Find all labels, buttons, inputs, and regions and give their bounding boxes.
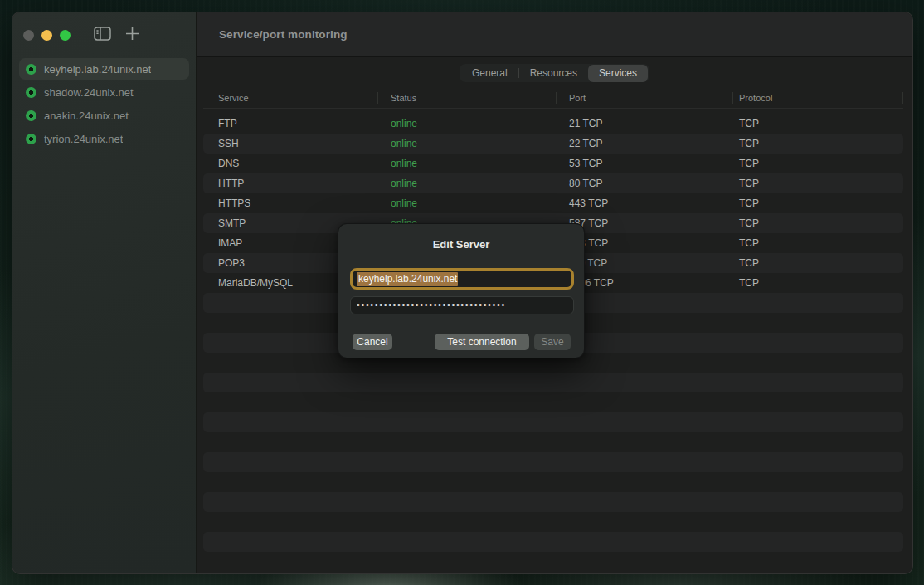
table-header: Service Status Port Protocol [203,87,903,109]
zoom-button[interactable] [60,30,71,41]
cancel-button[interactable]: Cancel [353,334,392,350]
table-row-ssh[interactable]: SSH online 22 TCP TCP [203,134,903,154]
empty-row [203,392,903,412]
empty-row [203,532,903,552]
empty-row [203,452,903,472]
tab-resources[interactable]: Resources [519,65,588,82]
server-online-icon [26,64,36,75]
server-online-icon [26,134,36,144]
status-cell: online [378,158,557,169]
sidebar: keyhelp.lab.24unix.net shadow.24unix.net… [12,12,197,573]
protocol-cell: TCP [733,158,903,169]
column-header-port[interactable]: Port [557,87,733,108]
protocol-cell: TCP [733,217,903,229]
window-controls [23,30,71,41]
sidebar-item-tyrion[interactable]: tyrion.24unix.net [19,128,189,149]
sidebar-toolbar [12,12,196,58]
empty-row [203,492,903,512]
column-header-service[interactable]: Service [203,87,378,108]
tab-services[interactable]: Services [588,65,648,82]
tab-general[interactable]: General [461,65,518,82]
sidebar-toggle-button[interactable] [90,25,114,46]
empty-row [203,472,903,492]
protocol-cell: TCP [733,277,903,289]
protocol-cell: TCP [733,138,903,149]
protocol-cell: TCP [733,178,903,189]
server-name: keyhelp.lab.24unix.net [44,63,151,76]
server-name: shadow.24unix.net [44,86,134,99]
tab-strip: General Resources Services [197,57,912,87]
server-name: anakin.24unix.net [44,110,129,122]
selected-text: keyhelp.lab.24unix.net [357,272,458,286]
sidebar-item-anakin[interactable]: anakin.24unix.net [19,105,189,126]
server-list: keyhelp.lab.24unix.net shadow.24unix.net… [12,58,196,149]
protocol-cell: TCP [733,118,903,129]
server-name: tyrion.24unix.net [44,133,123,145]
column-header-status[interactable]: Status [378,87,557,108]
edit-server-dialog: Edit Server keyhelp.lab.24unix.net •••••… [338,223,585,358]
port-cell: 80 TCP [557,178,733,189]
service-cell: SSH [203,138,378,149]
close-button[interactable] [23,30,34,41]
segmented-control: General Resources Services [460,64,649,82]
service-cell: HTTP [203,178,378,189]
empty-row [203,412,903,432]
plus-icon [125,27,139,44]
test-connection-button[interactable]: Test connection [435,334,529,350]
port-cell: 443 TCP [557,197,733,209]
sidebar-item-keyhelp[interactable]: keyhelp.lab.24unix.net [19,58,189,80]
table-row-dns[interactable]: DNS online 53 TCP TCP [203,154,903,173]
status-cell: online [378,118,557,129]
add-server-button[interactable] [119,25,144,46]
sidebar-toggle-icon [94,27,111,44]
protocol-cell: TCP [733,197,903,209]
table-row-https[interactable]: HTTPS online 443 TCP TCP [203,193,903,213]
masked-password-text: ••••••••••••••••••••••••••••••••• [357,300,506,310]
server-online-icon [26,110,36,121]
minimize-button[interactable] [41,30,52,41]
protocol-cell: TCP [733,237,903,249]
column-header-protocol[interactable]: Protocol [733,87,903,108]
empty-row [203,432,903,452]
protocol-cell: TCP [733,257,903,269]
service-cell: FTP [203,118,378,129]
port-cell: 22 TCP [557,138,733,149]
dialog-title: Edit Server [338,238,584,251]
table-row-ftp[interactable]: FTP online 21 TCP TCP [203,114,903,134]
desktop-background: keyhelp.lab.24unix.net shadow.24unix.net… [0,0,924,585]
titlebar: Service/port monitoring [197,12,912,57]
save-button[interactable]: Save [534,334,571,350]
table-row-http[interactable]: HTTP online 80 TCP TCP [203,173,903,193]
page-title: Service/port monitoring [219,28,348,41]
port-cell: 21 TCP [557,118,733,129]
service-cell: DNS [203,158,378,169]
empty-row [203,373,903,392]
service-cell: HTTPS [203,197,378,209]
status-cell: online [378,138,557,149]
server-address-input[interactable]: keyhelp.lab.24unix.net [350,268,574,290]
sidebar-item-shadow[interactable]: shadow.24unix.net [19,81,189,103]
status-cell: online [378,197,557,209]
empty-row [203,512,903,532]
port-cell: 53 TCP [557,158,733,169]
status-cell: online [378,178,557,189]
password-input[interactable]: ••••••••••••••••••••••••••••••••• [350,296,574,314]
server-online-icon [26,87,36,98]
